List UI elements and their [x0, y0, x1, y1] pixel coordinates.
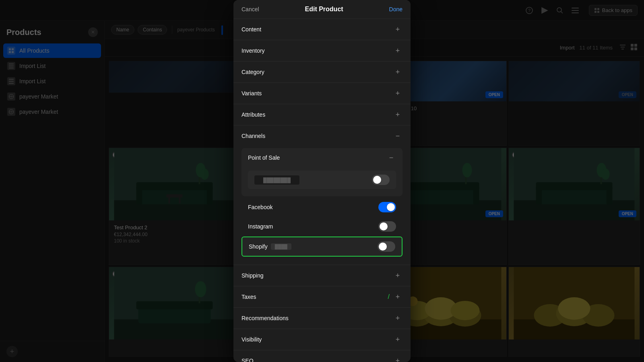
recommendations-label: Recommendations: [242, 315, 289, 321]
variants-expand-icon: +: [393, 88, 402, 98]
pos-toggle[interactable]: [372, 175, 390, 185]
pos-toggle-label: ████████: [254, 175, 299, 185]
shipping-accordion-header[interactable]: Shipping +: [233, 265, 411, 286]
channels-label: Channels: [242, 133, 265, 139]
inventory-section: Inventory +: [233, 40, 411, 62]
shopify-channel-item: Shopify ████: [242, 237, 402, 257]
channels-content: Point of Sale − ████████: [233, 148, 411, 265]
variants-section: Variants +: [233, 83, 411, 104]
visibility-accordion-header[interactable]: Visibility +: [233, 329, 411, 350]
visibility-label: Visibility: [242, 336, 262, 343]
modal-cancel-button[interactable]: Cancel: [242, 6, 259, 12]
edit-product-modal: Cancel Edit Product Done Content + Inven…: [233, 0, 411, 362]
facebook-channel-label: Facebook: [248, 204, 272, 210]
category-expand-icon: +: [393, 67, 402, 77]
variants-accordion-header[interactable]: Variants +: [233, 83, 411, 104]
facebook-channel-item: Facebook: [242, 198, 402, 216]
content-section: Content +: [233, 19, 411, 40]
facebook-toggle[interactable]: [378, 202, 396, 212]
facebook-toggle-track: [378, 202, 396, 212]
category-section: Category +: [233, 62, 411, 83]
category-label: Category: [242, 69, 264, 75]
shopify-channel-label: Shopify: [249, 243, 268, 250]
instagram-channel-item: Instagram: [242, 217, 402, 236]
recommendations-section: Recommendations +: [233, 308, 411, 329]
instagram-toggle-track: [378, 221, 396, 232]
modal-title: Edit Product: [305, 6, 343, 13]
attributes-accordion-header[interactable]: Attributes +: [233, 104, 411, 125]
shipping-section: Shipping +: [233, 265, 411, 286]
instagram-toggle[interactable]: [378, 221, 396, 232]
inventory-accordion-header[interactable]: Inventory +: [233, 40, 411, 61]
pos-toggle-thumb: [373, 176, 381, 184]
pos-toggle-track: [372, 175, 390, 185]
visibility-section: Visibility +: [233, 329, 411, 350]
pos-subsection: Point of Sale − ████████: [242, 148, 402, 196]
seo-label: SEO: [242, 358, 254, 362]
seo-expand-icon: +: [393, 356, 402, 362]
pos-collapse-icon: −: [386, 153, 396, 162]
pos-label: Point of Sale: [248, 154, 280, 161]
pos-content: ████████: [242, 167, 402, 196]
facebook-toggle-thumb: [387, 203, 395, 211]
content-expand-icon: +: [393, 25, 402, 34]
taxes-section: Taxes / +: [233, 286, 411, 308]
attributes-label: Attributes: [242, 111, 265, 118]
variants-label: Variants: [242, 90, 262, 97]
content-label: Content: [242, 26, 261, 33]
inventory-expand-icon: +: [393, 46, 402, 56]
visibility-expand-icon: +: [393, 335, 402, 344]
attributes-expand-icon: +: [393, 110, 402, 119]
category-accordion-header[interactable]: Category +: [233, 62, 411, 82]
recommendations-expand-icon: +: [393, 313, 402, 323]
content-accordion-header[interactable]: Content +: [233, 19, 411, 40]
shipping-expand-icon: +: [393, 271, 402, 280]
channels-accordion-header[interactable]: Channels −: [233, 125, 411, 146]
seo-section: SEO +: [233, 350, 411, 362]
taxes-expand-icon: +: [393, 292, 402, 302]
inventory-label: Inventory: [242, 47, 265, 54]
modal-done-button[interactable]: Done: [389, 6, 402, 12]
seo-accordion-header[interactable]: SEO +: [233, 350, 411, 362]
pos-header[interactable]: Point of Sale −: [242, 148, 402, 167]
shipping-label: Shipping: [242, 272, 264, 279]
channels-collapse-icon: −: [393, 131, 402, 141]
attributes-section: Attributes +: [233, 104, 411, 125]
recommendations-accordion-header[interactable]: Recommendations +: [233, 308, 411, 329]
shopify-toggle-track: [378, 241, 395, 252]
modal-header: Cancel Edit Product Done: [233, 0, 411, 19]
instagram-toggle-thumb: [380, 222, 388, 230]
shopify-toggle-thumb: [379, 243, 387, 251]
instagram-channel-label: Instagram: [248, 223, 273, 230]
taxes-pencil-icon[interactable]: /: [388, 293, 390, 300]
shopify-toggle[interactable]: [378, 241, 395, 252]
taxes-label: Taxes: [242, 294, 256, 300]
pos-toggle-area: ████████: [248, 171, 396, 189]
taxes-row[interactable]: Taxes / +: [233, 286, 411, 307]
channels-section: Channels − Point of Sale − ████████: [233, 125, 411, 265]
